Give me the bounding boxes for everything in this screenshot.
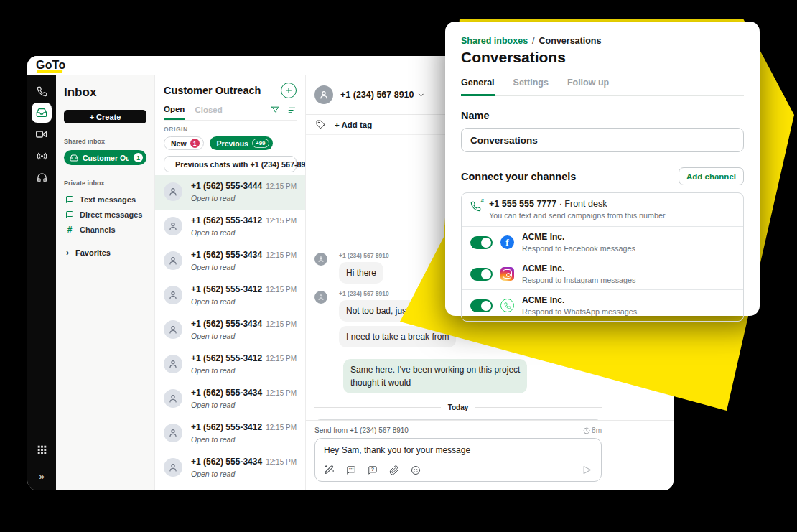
- instagram-icon: [500, 267, 514, 281]
- tag-icon: [316, 120, 325, 129]
- rail-apps-icon[interactable]: [32, 439, 52, 459]
- channel-phone-label: Front desk: [564, 199, 607, 209]
- timer-badge: 8m: [583, 426, 602, 434]
- contact-avatar: [314, 85, 333, 104]
- rail-inbox-icon[interactable]: [32, 103, 52, 123]
- facebook-toggle[interactable]: [470, 236, 493, 249]
- tab-open[interactable]: Open: [164, 105, 185, 120]
- tab-settings[interactable]: Settings: [513, 78, 549, 95]
- add-channel-button[interactable]: Add channel: [679, 167, 744, 185]
- conversation-time: 12:15 PM: [266, 320, 297, 328]
- add-tag-button[interactable]: + Add tag: [335, 121, 372, 129]
- tab-closed[interactable]: Closed: [195, 106, 222, 119]
- sidebar-item-label: Channels: [80, 225, 116, 234]
- settings-tabs: General Settings Follow up: [461, 78, 744, 96]
- ai-compose-icon[interactable]: [324, 465, 335, 475]
- tab-follow-up[interactable]: Follow up: [567, 78, 609, 95]
- inbox-icon: [70, 154, 78, 162]
- phone-number-icon: #: [470, 201, 481, 220]
- channel-name: ACME Inc.: [522, 232, 635, 242]
- sidebar-item-favorites[interactable]: › Favorites: [64, 248, 146, 258]
- channel-row-instagram: ACME Inc. Respond to Instagram messages: [462, 258, 743, 289]
- avatar: [164, 355, 182, 373]
- history-chip-label: Previous chats with +1 (234) 567-8900: [175, 160, 305, 169]
- chat-contact-menu[interactable]: +1 (234) 567 8910: [340, 90, 425, 100]
- channel-name: ACME Inc.: [522, 295, 637, 305]
- conversation-row[interactable]: +1 (562) 555-3412 Open to read 12:15 PM: [155, 279, 305, 313]
- conversation-status: Open to read: [191, 366, 297, 375]
- conversation-status: Open to read: [191, 435, 297, 444]
- channel-phone-number: +1 555 555 7777: [489, 199, 556, 209]
- private-inbox-label: Private inbox: [64, 179, 146, 187]
- conversation-row[interactable]: +1 (562) 555-3434 Open to read 12:15 PM: [155, 382, 305, 416]
- unread-badge: 1: [134, 153, 143, 162]
- breadcrumb-shared-inboxes[interactable]: Shared inboxes: [461, 36, 528, 46]
- rail-phone-icon[interactable]: [32, 81, 52, 101]
- sort-icon[interactable]: [287, 106, 297, 115]
- emoji-icon[interactable]: [411, 465, 421, 475]
- facebook-icon: f: [500, 235, 514, 249]
- name-field-label: Name: [461, 110, 744, 121]
- avatar: [164, 320, 182, 339]
- name-input[interactable]: [461, 128, 744, 152]
- sidebar-item-label: Direct messages: [80, 210, 142, 219]
- timer-value: 8m: [592, 426, 602, 434]
- whatsapp-toggle[interactable]: [470, 299, 493, 312]
- message-bubble: Same here. I've been working on this pro…: [343, 359, 527, 393]
- chip-label: New: [171, 139, 187, 148]
- canned-response-icon[interactable]: ⋯: [346, 465, 356, 475]
- chevron-right-icon: ›: [66, 248, 69, 258]
- nav-rail: »: [27, 75, 56, 490]
- sidebar-item-channels[interactable]: # Channels: [64, 222, 146, 237]
- attachment-icon[interactable]: [389, 465, 399, 475]
- create-button[interactable]: + Create: [64, 110, 146, 123]
- conversation-time: 12:15 PM: [266, 389, 297, 397]
- rail-contact-center-icon[interactable]: [32, 167, 52, 187]
- conversation-row[interactable]: +1 (562) 555-3434 Open to read 12:15 PM: [155, 451, 305, 485]
- sidebar-item-label: Text messages: [80, 195, 136, 204]
- send-button[interactable]: [582, 465, 592, 475]
- conversation-list: +1 (562) 555-3444 Open to read 12:15 PM …: [155, 175, 305, 490]
- message-composer: Send from +1 (234) 567 8910 8m Hey Sam, …: [306, 420, 674, 490]
- filter-chip-previous[interactable]: Previous +99: [210, 136, 273, 150]
- breadcrumb: Shared inboxes / Conversations: [461, 36, 744, 46]
- filter-chip-new[interactable]: New 1: [164, 136, 204, 150]
- hash-icon: #: [65, 225, 74, 235]
- conversation-row[interactable]: +1 (562) 555-3434 Open to read 12:15 PM: [155, 244, 305, 279]
- composer-box: Hey Sam, thank you for your message ⋯ ?: [314, 438, 602, 482]
- conversation-row[interactable]: +1 (562) 555-3412 Open to read 12:15 PM: [155, 347, 305, 382]
- filter-icon[interactable]: [271, 106, 280, 115]
- new-conversation-button[interactable]: [281, 83, 297, 98]
- avatar: [164, 251, 182, 270]
- conversation-time: 12:15 PM: [266, 251, 297, 259]
- rail-meetings-icon[interactable]: [32, 124, 52, 144]
- sidebar-item-customer-outreach[interactable]: Customer Outreach 1: [64, 150, 146, 165]
- breadcrumb-current: Conversations: [539, 36, 602, 46]
- channel-row-whatsapp: ACME Inc. Respond to WhatsApp messages: [462, 289, 743, 321]
- separator: ·: [559, 199, 562, 209]
- history-filter-chip[interactable]: Previous chats with +1 (234) 567-8900 ×: [164, 156, 297, 172]
- page-title: Conversations: [461, 49, 744, 66]
- sidebar-item-text-messages[interactable]: Text messages: [64, 192, 146, 207]
- sidebar-item-label: Customer Outreach: [83, 154, 129, 162]
- conversation-row[interactable]: +1 (562) 555-3412 Open to read 12:15 PM: [155, 485, 305, 490]
- avatar: [164, 182, 182, 201]
- sidebar-item-direct-messages[interactable]: Direct messages: [64, 207, 146, 222]
- previous-count-badge: +99: [252, 139, 269, 148]
- inbox-sidebar: Inbox + Create Shared inbox Customer Out…: [56, 75, 154, 490]
- message-icon: [65, 210, 74, 219]
- survey-icon[interactable]: ?: [368, 465, 378, 475]
- rail-expand-icon[interactable]: »: [39, 471, 44, 482]
- conversation-status: Open to read: [191, 228, 297, 237]
- avatar: [164, 389, 182, 408]
- conversation-row[interactable]: +1 (562) 555-3412 Open to read 12:15 PM: [155, 210, 305, 244]
- goto-logo-text: GoTo: [36, 59, 65, 71]
- conversation-row[interactable]: +1 (562) 555-3444 Open to read 12:15 PM: [155, 175, 305, 210]
- conversation-row[interactable]: +1 (562) 555-3434 Open to read 12:15 PM: [155, 313, 305, 347]
- conversation-row[interactable]: +1 (562) 555-3412 Open to read 12:15 PM: [155, 416, 305, 451]
- rail-broadcast-icon[interactable]: [32, 146, 52, 166]
- instagram-toggle[interactable]: [470, 268, 493, 281]
- goto-logo: GoTo: [36, 59, 65, 72]
- composer-input[interactable]: Hey Sam, thank you for your message: [324, 445, 592, 457]
- tab-general[interactable]: General: [461, 78, 495, 96]
